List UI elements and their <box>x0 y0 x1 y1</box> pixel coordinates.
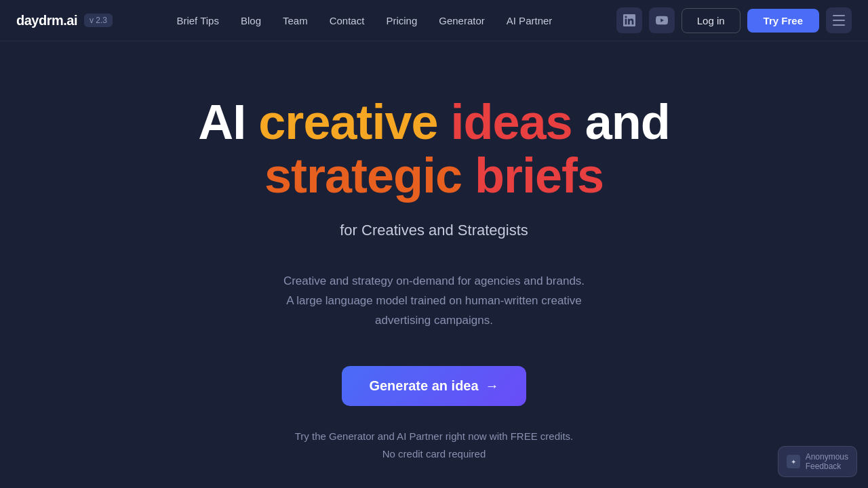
navbar: daydrm.ai v 2.3 Brief Tips Blog Team Con… <box>0 0 868 41</box>
hero-desc-line2: A large language model trained on human-… <box>286 294 582 307</box>
nav-brief-tips[interactable]: Brief Tips <box>167 9 229 32</box>
try-free-button[interactable]: Try Free <box>747 9 819 33</box>
hero-subtitle: for Creatives and Strategists <box>340 222 528 239</box>
nav-team[interactable]: Team <box>273 9 317 32</box>
nav-ai-partner[interactable]: AI Partner <box>497 9 562 32</box>
hero-title-strategic: strategic <box>264 148 462 203</box>
feedback-icon: ✦ <box>787 455 800 468</box>
youtube-icon <box>656 14 668 26</box>
nav-right: Log in Try Free <box>616 7 852 33</box>
hero-title-ai: AI <box>198 95 245 149</box>
version-badge: v 2.3 <box>84 14 113 27</box>
hero-description: Creative and strategy on-demand for agen… <box>283 272 585 331</box>
feedback-badge[interactable]: ✦ Anonymous Feedback <box>778 446 857 477</box>
hero-title: AI creative ideas and strategic briefs <box>198 96 669 203</box>
hero-footer-line2: No credit card required <box>295 445 573 463</box>
arrow-icon: → <box>486 378 499 394</box>
hero-title-and: and <box>585 95 670 149</box>
nav-contact[interactable]: Contact <box>320 9 374 32</box>
hero-desc-line3: advertising campaigns. <box>375 314 493 327</box>
hamburger-menu[interactable] <box>826 7 852 33</box>
hamburger-line-3 <box>833 24 845 26</box>
youtube-button[interactable] <box>649 7 675 33</box>
hero-section: AI creative ideas and strategic briefs f… <box>0 41 868 488</box>
nav-generator[interactable]: Generator <box>429 9 494 32</box>
hamburger-line-2 <box>833 20 845 21</box>
generate-idea-label: Generate an idea <box>369 378 478 394</box>
hero-desc-line1: Creative and strategy on-demand for agen… <box>283 274 585 287</box>
feedback-text: Anonymous Feedback <box>806 452 848 471</box>
feedback-sublabel: Feedback <box>806 462 848 471</box>
login-button[interactable]: Log in <box>682 8 741 33</box>
hero-footer-line1: Try the Generator and AI Partner right n… <box>295 428 573 445</box>
nav-left: daydrm.ai v 2.3 <box>16 13 113 28</box>
nav-blog[interactable]: Blog <box>231 9 271 32</box>
hero-title-briefs: briefs <box>475 148 604 203</box>
hero-title-creative: creative <box>258 95 437 149</box>
linkedin-icon <box>623 14 635 26</box>
feedback-label: Anonymous <box>806 452 848 462</box>
nav-pricing[interactable]: Pricing <box>376 9 427 32</box>
hero-footer: Try the Generator and AI Partner right n… <box>295 428 573 462</box>
nav-center: Brief Tips Blog Team Contact Pricing Gen… <box>167 9 561 32</box>
linkedin-button[interactable] <box>616 7 642 33</box>
hero-title-ideas: ideas <box>451 95 572 149</box>
logo[interactable]: daydrm.ai <box>16 13 77 28</box>
hamburger-line-1 <box>833 15 845 16</box>
generate-idea-button[interactable]: Generate an idea → <box>342 366 526 406</box>
